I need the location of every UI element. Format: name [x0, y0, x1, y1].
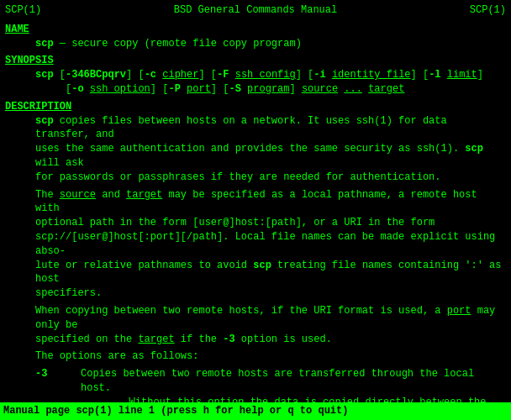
- synopsis-label: SYNOPSIS: [5, 55, 54, 66]
- synopsis-line1: scp [-346BCpqrv] [-c cipher] [-F ssh_con…: [35, 68, 506, 82]
- desc-para2: The source and target may be specified a…: [5, 188, 506, 301]
- header-left: SCP(1): [5, 3, 41, 18]
- desc-para1: scp copies files between hosts on a netw…: [5, 114, 506, 185]
- name-label: NAME: [5, 24, 29, 35]
- synopsis-content: scp [-346BCpqrv] [-c cipher] [-F ssh_con…: [5, 68, 506, 97]
- description-label: DESCRIPTION: [5, 101, 71, 113]
- terminal: SCP(1) BSD General Commands Manual SCP(1…: [0, 0, 511, 420]
- header-center: BSD General Commands Manual: [174, 3, 337, 18]
- status-text: Manual page scp(1) line 1 (press h for h…: [3, 405, 348, 417]
- section-name: NAME scp — secure copy (remote file copy…: [5, 23, 506, 51]
- desc-para4: The options are as follows:: [5, 349, 506, 364]
- synopsis-line2: [-o ssh_option] [-P port] [-S program] s…: [35, 82, 506, 97]
- status-bar: Manual page scp(1) line 1 (press h for h…: [0, 402, 511, 420]
- desc-para3: When copying between two remote hosts, i…: [5, 304, 506, 346]
- section-synopsis: SYNOPSIS scp [-346BCpqrv] [-c cipher] [-…: [5, 54, 506, 96]
- header-right: SCP(1): [470, 3, 506, 18]
- name-content: scp — secure copy (remote file copy prog…: [5, 37, 506, 51]
- section-description: DESCRIPTION scp copies files between hos…: [5, 100, 506, 420]
- name-text: scp — secure copy (remote file copy prog…: [35, 38, 302, 50]
- header-bar: SCP(1) BSD General Commands Manual SCP(1…: [5, 3, 506, 18]
